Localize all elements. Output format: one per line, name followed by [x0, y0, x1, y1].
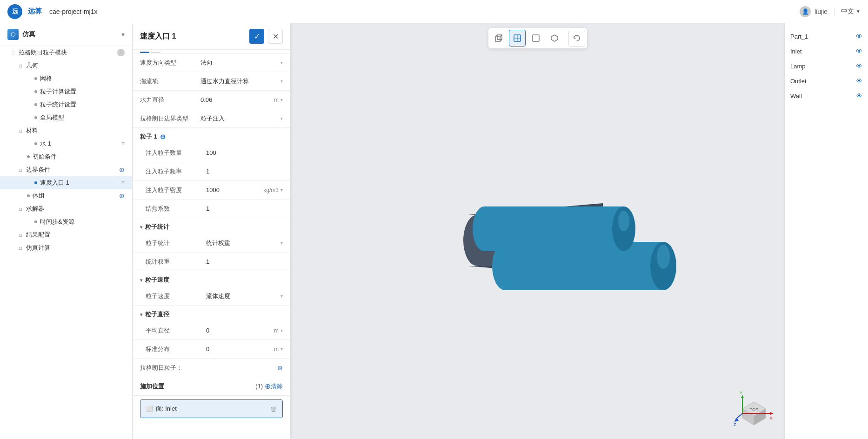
field-row-inject-freq: 注入粒子频率: [133, 162, 290, 181]
tree-item-water1[interactable]: 水 1 ≡: [0, 137, 132, 150]
hydraulic-diameter-input[interactable]: [200, 96, 270, 103]
apply-position-header: 施加位置 (1) ⊕ 清除: [133, 377, 290, 396]
close-icon: ✕: [273, 32, 279, 41]
tree-label: 体组: [33, 192, 119, 200]
right-item-outlet[interactable]: Outlet 👁: [785, 73, 868, 88]
tree-expand-icon: □: [17, 244, 24, 252]
tree-item-materials[interactable]: □ 材料: [0, 124, 132, 137]
particle-vel-select[interactable]: 流体速度 ▾: [206, 292, 283, 300]
3d-model-svg: [398, 147, 677, 315]
tree-item-particle-stats[interactable]: 粒子统计设置: [0, 98, 132, 111]
field-row-std-dist: 标准分布 m ▾: [133, 340, 290, 359]
property-panel: 速度入口 1 ✓ ✕ 速度方向类型 法向 ▾ 湍流项 通过水力直径计算: [133, 23, 291, 439]
visibility-icon[interactable]: 👁: [856, 92, 862, 100]
add-lagrangian-particle-button[interactable]: ⊕: [277, 364, 283, 372]
right-item-inlet[interactable]: Inlet 👁: [785, 44, 868, 59]
app-logo: 远: [7, 4, 22, 19]
lagrangian-boundary-select[interactable]: 粒子注入 ▾: [200, 114, 283, 123]
tree-item-solver[interactable]: □ 求解器: [0, 202, 132, 215]
turbulence-select[interactable]: 通过水力直径计算 ▾: [200, 77, 283, 86]
field-row-hydraulic-diameter: 水力直径 m ▾: [133, 91, 290, 109]
right-item-part1[interactable]: Part_1 👁: [785, 29, 868, 44]
tree-leaf-dot: [34, 90, 37, 93]
brand-name: 远算: [28, 7, 42, 16]
tree-item-global-model[interactable]: 全局模型: [0, 111, 132, 124]
add-position-button[interactable]: ⊕: [265, 382, 271, 391]
svg-point-22: [657, 245, 670, 269]
field-row-stat-method: 粒子统计 统计权重 ▾: [133, 234, 290, 253]
tree-leaf-dot: [34, 142, 37, 145]
tree-label: 结果配置: [26, 231, 125, 239]
viewport: TOP Y Z X: [291, 23, 784, 439]
tree-item-result-config[interactable]: □ 结果配置: [0, 228, 132, 241]
visibility-icon[interactable]: 👁: [856, 47, 862, 55]
tree-item-mesh[interactable]: 网格: [0, 72, 132, 85]
orientation-cube: TOP Y Z X: [733, 388, 775, 430]
tree-label: 拉格朗日粒子模块: [19, 48, 117, 57]
clear-position-button[interactable]: 清除: [271, 382, 283, 391]
chevron-down-icon: ▾: [280, 97, 283, 102]
velocity-dir-type-select[interactable]: 法向 ▾: [200, 59, 283, 67]
particle-velocity-label: 粒子速度: [145, 276, 169, 284]
stat-weight-input[interactable]: [206, 258, 284, 265]
apply-position-label: 施加位置: [140, 382, 255, 391]
x-axis-label: X: [769, 416, 772, 420]
field-value: kg/m3 ▾: [206, 186, 283, 193]
particle-velocity-section-header[interactable]: ▾ 粒子速度: [133, 271, 290, 287]
panel-close-button[interactable]: ✕: [268, 29, 283, 44]
tree-label: 时间步&资源: [40, 218, 125, 226]
menu-icon[interactable]: ≡: [121, 180, 125, 186]
std-dist-input[interactable]: [206, 346, 270, 353]
menu-icon[interactable]: ≡: [121, 140, 125, 147]
tree-label: 边界条件: [26, 166, 119, 174]
add-boundary-button[interactable]: ⊕: [119, 166, 125, 173]
field-row-stat-weight: 统计权重: [133, 253, 290, 271]
delete-face-button[interactable]: 🗑: [270, 405, 277, 412]
particle-diameter-section-header[interactable]: ▾ 粒子直径: [133, 306, 290, 321]
add-body-button[interactable]: ⊕: [119, 192, 125, 200]
particle1-section-header[interactable]: 粒子 1 ⊖: [133, 128, 290, 144]
top-label: TOP: [750, 407, 758, 412]
right-item-lamp[interactable]: Lamp 👁: [785, 59, 868, 73]
panel-header: 速度入口 1 ✓ ✕: [133, 23, 290, 50]
tree-label: 初始条件: [33, 153, 125, 161]
tree-leaf-dot: [34, 116, 37, 119]
inject-density-input[interactable]: [206, 186, 260, 193]
face-tag-inlet: ⬜ 面: Inlet 🗑: [140, 399, 283, 418]
particle-stats-section-header[interactable]: ▾ 粒子统计: [133, 218, 290, 234]
visibility-icon[interactable]: 👁: [856, 33, 862, 40]
tree-item-body-group[interactable]: 体组 ⊕: [0, 189, 132, 202]
tree-expand-icon: [24, 88, 32, 95]
visibility-icon[interactable]: 👁: [856, 62, 862, 70]
inject-count-input[interactable]: [206, 149, 284, 156]
visibility-icon[interactable]: 👁: [856, 77, 862, 85]
svg-rect-20: [484, 206, 624, 251]
field-label: 注入粒子密度: [146, 186, 206, 194]
tree-item-geometry[interactable]: □ 几何: [0, 59, 132, 72]
language-selector[interactable]: 中文 ▼: [841, 7, 861, 16]
avg-diameter-input[interactable]: [206, 327, 270, 334]
tree-item-velocity-inlet1[interactable]: 速度入口 1 ≡: [0, 176, 132, 189]
particle1-circle-icon: ⊖: [160, 133, 166, 140]
tree-item-initial-cond[interactable]: 初始条件: [0, 150, 132, 163]
project-name: cae-project-mj1x: [49, 8, 97, 15]
inject-freq-input[interactable]: [206, 168, 284, 175]
username: liujie: [815, 8, 828, 15]
tree-item-boundary-cond[interactable]: □ 边界条件 ⊕: [0, 163, 132, 176]
cohesion-input[interactable]: [206, 205, 284, 212]
tree-item-sim-calc[interactable]: □ 仿真计算: [0, 241, 132, 254]
language-label: 中文: [841, 7, 854, 16]
panel-confirm-button[interactable]: ✓: [249, 29, 264, 44]
stat-method-select[interactable]: 统计权重 ▾: [206, 239, 283, 247]
tree-item-lagrangian[interactable]: □ 拉格朗日粒子模块 ·: [0, 46, 132, 59]
field-label: 注入粒子频率: [146, 167, 206, 176]
tree-item-particle-calc[interactable]: 粒子计算设置: [0, 85, 132, 98]
tree-item-timestep[interactable]: 时间步&资源: [0, 215, 132, 228]
tree-label: 水 1: [40, 140, 121, 148]
sidebar-collapse-button[interactable]: ▾: [121, 31, 125, 38]
section-chevron-icon: ▾: [140, 312, 142, 317]
chevron-down-icon: ▾: [280, 346, 283, 352]
tab-indicator: [140, 52, 149, 53]
right-item-wall[interactable]: Wall 👁: [785, 88, 868, 103]
lagrangian-boundary-value: 粒子注入: [200, 114, 225, 123]
